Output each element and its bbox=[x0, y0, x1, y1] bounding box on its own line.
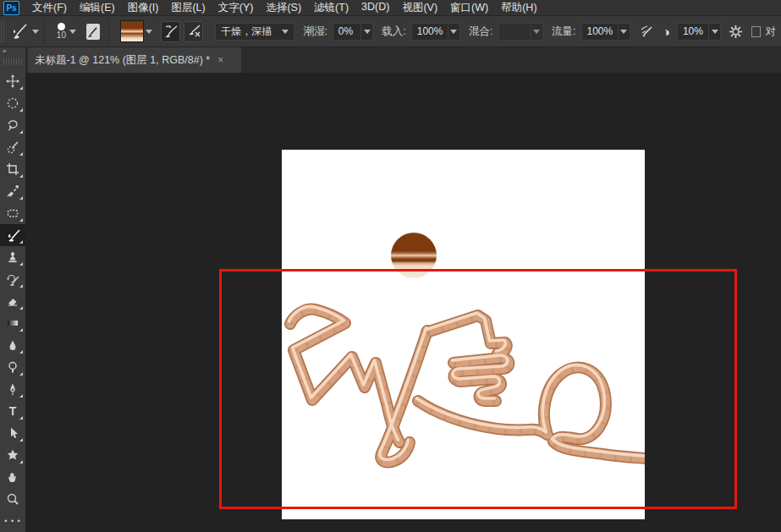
tool-mixer-brush[interactable] bbox=[0, 224, 25, 246]
mix-input bbox=[498, 23, 531, 41]
menu-edit[interactable]: 编辑(E) bbox=[80, 1, 115, 15]
chevron-down-icon[interactable] bbox=[146, 30, 152, 34]
smoothing-dropdown[interactable] bbox=[709, 23, 721, 41]
tool-elliptical-marquee[interactable] bbox=[0, 92, 25, 114]
menu-view[interactable]: 视图(V) bbox=[402, 1, 437, 15]
tool-path-selection[interactable] bbox=[0, 422, 25, 444]
load-brush-after-stroke-button[interactable] bbox=[161, 21, 180, 42]
menu-file[interactable]: 文件(F) bbox=[32, 1, 67, 15]
menu-filter[interactable]: 滤镜(T) bbox=[314, 1, 349, 15]
type-tool-glyph: T bbox=[9, 405, 17, 417]
menu-select[interactable]: 选择(S) bbox=[266, 1, 301, 15]
combo-value: 干燥，深描 bbox=[221, 25, 272, 39]
clean-brush-after-stroke-button[interactable] bbox=[184, 21, 203, 42]
load-label: 载入: bbox=[382, 25, 405, 39]
brush-tip-dot-icon bbox=[58, 23, 65, 30]
photoshop-logo: Ps bbox=[3, 1, 19, 15]
mixer-brush-tool-icon[interactable] bbox=[10, 23, 39, 40]
more-tools-ellipsis-icon: • • • bbox=[4, 517, 20, 525]
chevron-down-icon bbox=[533, 30, 540, 34]
smoothing-input[interactable]: 10% bbox=[677, 23, 709, 41]
options-grip bbox=[1, 20, 5, 42]
flow-dropdown[interactable] bbox=[619, 23, 630, 41]
chevron-down-icon bbox=[450, 30, 457, 34]
tool-crop[interactable] bbox=[0, 158, 25, 180]
tool-zoom[interactable] bbox=[0, 488, 25, 510]
brush-size-value: 10 bbox=[57, 31, 66, 40]
brush-preset-picker[interactable]: 10 bbox=[57, 23, 66, 40]
sample-all-layers-checkbox[interactable] bbox=[751, 26, 761, 37]
tools-panel: » bbox=[0, 47, 25, 532]
chevron-down-icon bbox=[620, 30, 627, 34]
tool-blur[interactable] bbox=[0, 334, 25, 356]
menu-window[interactable]: 窗口(W) bbox=[450, 1, 488, 15]
tool-clone-stamp[interactable] bbox=[0, 246, 25, 268]
tool-hand[interactable] bbox=[0, 466, 25, 488]
close-tab-icon[interactable]: × bbox=[217, 54, 223, 66]
tool-history-brush[interactable] bbox=[0, 268, 25, 290]
tool-quick-selection[interactable] bbox=[0, 136, 25, 158]
tool-lasso[interactable] bbox=[0, 114, 25, 136]
wet-dropdown[interactable] bbox=[361, 23, 373, 41]
tool-gradient[interactable] bbox=[0, 312, 25, 334]
flow-input[interactable]: 100% bbox=[581, 23, 619, 41]
tool-patch-healing[interactable] bbox=[0, 202, 25, 224]
mix-dropdown bbox=[531, 23, 543, 41]
chevron-down-icon bbox=[282, 30, 289, 34]
chevron-down-icon[interactable] bbox=[69, 30, 76, 34]
toggle-brush-settings-panel-button[interactable] bbox=[86, 24, 100, 40]
photoshop-window: Ps 文件(F) 编辑(E) 图像(I) 图层(L) 文字(Y) 选择(S) 滤… bbox=[0, 0, 781, 532]
load-input[interactable]: 100% bbox=[411, 23, 448, 41]
menu-3d[interactable]: 3D(D) bbox=[361, 1, 389, 15]
menu-items: 文件(F) 编辑(E) 图像(I) 图层(L) 文字(Y) 选择(S) 滤镜(T… bbox=[32, 1, 537, 15]
chevron-down-icon bbox=[32, 30, 39, 34]
menu-bar: Ps 文件(F) 编辑(E) 图像(I) 图层(L) 文字(Y) 选择(S) 滤… bbox=[0, 0, 781, 16]
tools-panel-grip[interactable] bbox=[3, 58, 22, 65]
tool-more[interactable]: • • • bbox=[0, 510, 25, 532]
smoothing-gear-icon[interactable] bbox=[729, 25, 743, 39]
current-brush-load-swatch[interactable] bbox=[120, 20, 145, 42]
flow-label: 流量: bbox=[552, 25, 575, 39]
tool-dodge[interactable] bbox=[0, 356, 25, 378]
chevron-down-icon bbox=[712, 30, 718, 34]
load-dropdown[interactable] bbox=[448, 23, 460, 41]
chevron-down-icon bbox=[364, 30, 371, 34]
divider bbox=[108, 19, 109, 44]
pen-pressure-size-icon[interactable]: ◑ bbox=[663, 25, 670, 39]
document-tab-title: 未标题-1 @ 121% (图层 1, RGB/8#) * bbox=[35, 53, 210, 68]
tool-type[interactable]: T bbox=[0, 400, 25, 422]
sample-all-layers-label: 对 bbox=[765, 25, 776, 39]
collapse-tools-panel-chevrons-icon[interactable]: » bbox=[0, 47, 25, 56]
tool-options-bar: 10 干燥，深描 bbox=[0, 16, 781, 47]
tool-eyedropper[interactable] bbox=[0, 180, 25, 202]
document-tab-bar: 未标题-1 @ 121% (图层 1, RGB/8#) * × bbox=[25, 47, 781, 73]
tool-custom-shape[interactable] bbox=[0, 444, 25, 466]
menu-image[interactable]: 图像(I) bbox=[128, 1, 159, 15]
menu-layer[interactable]: 图层(L) bbox=[171, 1, 205, 15]
wet-label: 潮湿: bbox=[303, 25, 327, 39]
document-tab[interactable]: 未标题-1 @ 121% (图层 1, RGB/8#) * × bbox=[28, 47, 241, 73]
airbrush-icon[interactable] bbox=[639, 25, 656, 38]
useful-combinations-select[interactable]: 干燥，深描 bbox=[215, 23, 294, 41]
menu-type[interactable]: 文字(Y) bbox=[218, 1, 254, 15]
divider bbox=[43, 19, 44, 44]
red-highlight-rectangle bbox=[219, 269, 737, 509]
menu-help[interactable]: 帮助(H) bbox=[501, 1, 536, 15]
tool-move[interactable] bbox=[0, 70, 25, 92]
tool-pen[interactable] bbox=[0, 378, 25, 400]
wet-input[interactable]: 0% bbox=[333, 23, 361, 41]
tool-eraser[interactable] bbox=[0, 290, 25, 312]
mix-label: 混合: bbox=[469, 25, 492, 39]
